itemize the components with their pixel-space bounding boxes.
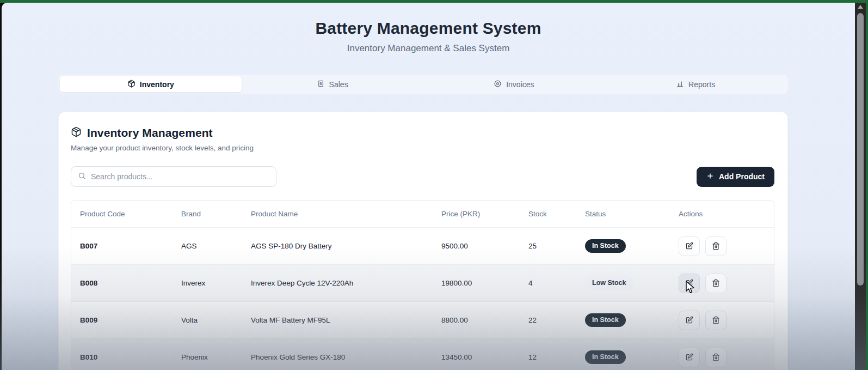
tab-sales[interactable]: $ Sales	[242, 76, 423, 92]
cell-brand: Inverex	[181, 279, 251, 287]
cell-product-code: B010	[80, 353, 181, 361]
add-product-label: Add Product	[719, 172, 765, 181]
search-box	[71, 166, 276, 187]
cell-product-name: Phoenix Gold Series GX-180	[251, 353, 441, 361]
cell-brand: Phoenix	[181, 353, 251, 361]
col-status: Status	[585, 210, 679, 218]
status-badge: In Stock	[585, 313, 626, 327]
cell-product-name: AGS SP-180 Dry Battery	[251, 242, 441, 250]
tab-label: Sales	[329, 80, 348, 89]
app-header: Battery Management System Inventory Mana…	[2, 3, 855, 54]
cell-product-code: B007	[80, 242, 181, 250]
page-viewport: Battery Management System Inventory Mana…	[2, 3, 855, 370]
delete-button[interactable]	[705, 236, 727, 256]
window-border-right	[866, 0, 868, 370]
status-badge: In Stock	[585, 350, 626, 364]
toolbar: Add Product	[71, 166, 774, 187]
cell-stock: 4	[528, 279, 585, 287]
cell-stock: 22	[528, 316, 585, 324]
package-icon	[71, 126, 82, 139]
status-badge: In Stock	[585, 239, 626, 253]
tab-reports[interactable]: Reports	[605, 76, 786, 92]
plus-icon	[706, 172, 714, 181]
table-row: B010 Phoenix Phoenix Gold Series GX-180 …	[71, 338, 774, 370]
delete-button[interactable]	[705, 274, 727, 293]
table-row: B007 AGS AGS SP-180 Dry Battery 9500.00 …	[71, 227, 774, 264]
tab-invoices[interactable]: Invoices	[423, 76, 605, 92]
window-border-top	[0, 0, 868, 3]
tab-bar: Inventory $ Sales Invoices Reports	[58, 75, 788, 94]
tab-label: Reports	[688, 80, 715, 89]
panel-title: Inventory Management	[87, 126, 213, 139]
panel-subtitle: Manage your product inventory, stock lev…	[71, 144, 774, 152]
cell-stock: 12	[528, 353, 585, 361]
edit-button[interactable]	[679, 274, 700, 293]
cell-product-code: B008	[80, 279, 181, 287]
tab-inventory[interactable]: Inventory	[60, 76, 242, 92]
page-subtitle: Inventory Management & Sales System	[2, 43, 855, 54]
edit-button[interactable]	[679, 348, 700, 367]
col-price: Price (PKR)	[441, 210, 528, 218]
cell-price: 13450.00	[441, 353, 528, 361]
search-icon	[78, 172, 86, 182]
scrollbar-thumb[interactable]	[857, 13, 864, 286]
add-product-button[interactable]: Add Product	[697, 167, 774, 187]
tab-label: Inventory	[140, 80, 174, 89]
table-header-row: Product Code Brand Product Name Price (P…	[71, 201, 774, 227]
package-icon	[127, 80, 136, 89]
page-title: Battery Management System	[2, 19, 855, 38]
cell-brand: AGS	[181, 242, 251, 250]
table-row: B009 Volta Volta MF Battery MF95L 8800.0…	[71, 301, 774, 338]
col-brand: Brand	[181, 210, 251, 218]
invoice-circle-icon	[494, 80, 502, 89]
col-product-name: Product Name	[251, 210, 441, 218]
svg-text:$: $	[319, 82, 322, 86]
cell-stock: 25	[528, 242, 585, 250]
delete-button[interactable]	[705, 311, 727, 330]
cell-brand: Volta	[181, 316, 251, 324]
status-badge: Low Stock	[585, 276, 633, 290]
bar-chart-icon	[676, 80, 684, 89]
cell-price: 19800.00	[441, 279, 528, 287]
delete-button[interactable]	[705, 348, 727, 367]
cell-product-name: Volta MF Battery MF95L	[251, 316, 441, 324]
inventory-panel: Inventory Management Manage your product…	[58, 112, 788, 370]
cell-price: 8800.00	[441, 316, 528, 324]
products-table: Product Code Brand Product Name Price (P…	[71, 200, 774, 370]
cell-product-name: Inverex Deep Cycle 12V-220Ah	[251, 279, 441, 287]
scrollbar-up-arrow-icon[interactable]	[858, 5, 863, 9]
col-actions: Actions	[679, 210, 774, 218]
col-stock: Stock	[528, 210, 585, 218]
cell-price: 9500.00	[441, 242, 528, 250]
table-row: B008 Inverex Inverex Deep Cycle 12V-220A…	[71, 264, 774, 301]
cell-product-code: B009	[80, 316, 181, 324]
search-products-input[interactable]	[91, 172, 269, 181]
tab-label: Invoices	[506, 80, 534, 89]
edit-button[interactable]	[679, 311, 700, 330]
col-product-code: Product Code	[80, 210, 181, 218]
banknote-icon: $	[317, 80, 325, 89]
edit-button[interactable]	[679, 236, 700, 256]
